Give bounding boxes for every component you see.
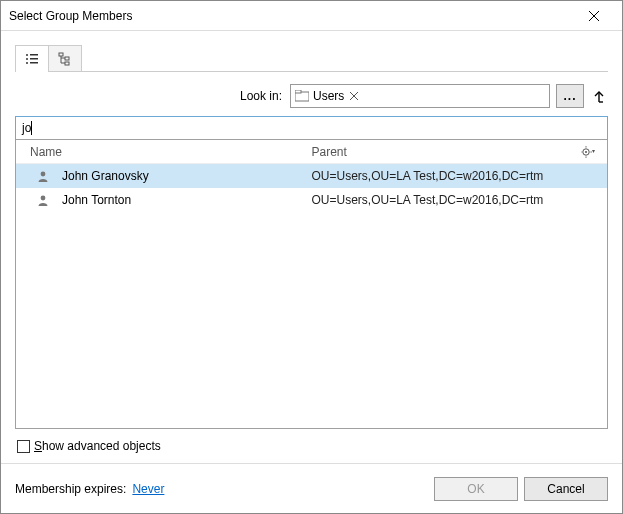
up-arrow-icon (593, 89, 605, 103)
text-caret (31, 121, 32, 135)
gear-icon (581, 146, 595, 158)
svg-point-4 (26, 58, 28, 60)
svg-rect-7 (30, 62, 38, 64)
svg-point-17 (585, 151, 587, 153)
show-advanced-label[interactable]: Show advanced objects (34, 439, 161, 453)
membership-expires-link[interactable]: Never (132, 482, 164, 496)
user-icon (24, 194, 62, 206)
svg-rect-3 (30, 54, 38, 56)
columns-settings-button[interactable] (577, 146, 599, 158)
dialog-body: Look in: Users .. (1, 31, 622, 463)
tab-list-view[interactable] (15, 45, 49, 71)
svg-point-24 (41, 196, 46, 201)
title-bar: Select Group Members (1, 1, 622, 31)
table-row[interactable]: John Granovsky OU=Users,OU=LA Test,DC=w2… (16, 164, 607, 188)
lookin-row: Look in: Users .. (15, 72, 608, 116)
search-input[interactable]: jo (15, 116, 608, 140)
footer: Membership expires: Never OK Cancel (1, 463, 622, 513)
lookin-value: Users (313, 89, 344, 103)
svg-rect-9 (65, 57, 69, 60)
lookin-label: Look in: (240, 89, 282, 103)
dialog-title: Select Group Members (9, 9, 574, 23)
browse-button[interactable]: ... (556, 84, 584, 108)
svg-marker-22 (592, 150, 595, 153)
row-parent: OU=Users,OU=LA Test,DC=w2016,DC=rtm (312, 193, 600, 207)
lookin-input[interactable]: Users (290, 84, 550, 108)
advanced-row: Show advanced objects (15, 429, 608, 455)
column-parent[interactable]: Parent (312, 145, 578, 159)
up-level-button[interactable] (590, 85, 608, 107)
tab-bar (15, 45, 608, 72)
column-headers: Name Parent (16, 140, 607, 164)
row-name: John Granovsky (62, 169, 312, 183)
membership-expires-label: Membership expires: (15, 482, 126, 496)
column-name[interactable]: Name (24, 145, 312, 159)
svg-rect-12 (295, 90, 301, 93)
list-icon (25, 52, 39, 66)
tab-tree-view[interactable] (48, 45, 82, 71)
dialog-window: Select Group Members (0, 0, 623, 514)
close-icon (350, 92, 358, 100)
svg-rect-8 (59, 53, 63, 56)
cancel-button[interactable]: Cancel (524, 477, 608, 501)
svg-rect-5 (30, 58, 38, 60)
row-name: John Tornton (62, 193, 312, 207)
results-rows: John Granovsky OU=Users,OU=LA Test,DC=w2… (16, 164, 607, 428)
show-advanced-checkbox[interactable] (17, 440, 30, 453)
results-pane: Name Parent (15, 140, 608, 429)
close-button[interactable] (574, 2, 614, 30)
lookin-chip-remove[interactable] (348, 90, 360, 102)
search-value: jo (22, 121, 31, 135)
close-icon (589, 11, 599, 21)
lookin-chip: Users (295, 89, 360, 103)
svg-point-6 (26, 62, 28, 64)
row-parent: OU=Users,OU=LA Test,DC=w2016,DC=rtm (312, 169, 600, 183)
tree-icon (58, 52, 72, 66)
ok-button[interactable]: OK (434, 477, 518, 501)
table-row[interactable]: John Tornton OU=Users,OU=LA Test,DC=w201… (16, 188, 607, 212)
svg-rect-10 (65, 62, 69, 65)
browse-icon: ... (563, 89, 576, 103)
svg-point-23 (41, 172, 46, 177)
folder-icon (295, 90, 309, 102)
user-icon (24, 170, 62, 182)
svg-point-2 (26, 54, 28, 56)
